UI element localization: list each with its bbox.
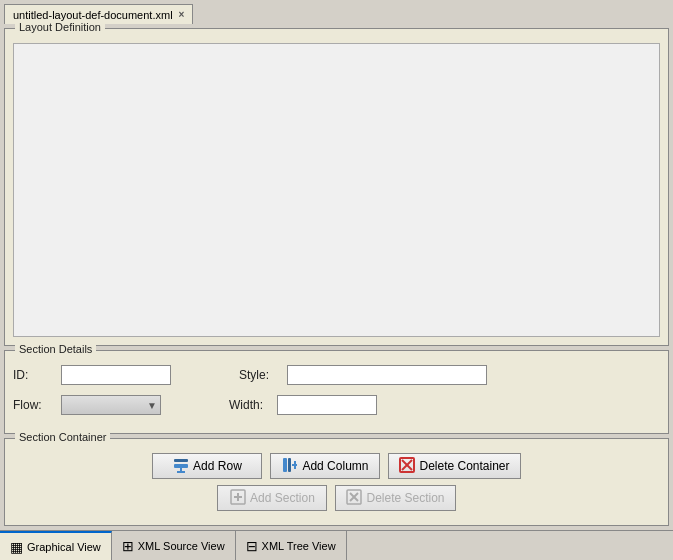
width-input[interactable] bbox=[277, 395, 377, 415]
svg-rect-3 bbox=[177, 471, 185, 473]
section-container-group: Section Container Add Row bbox=[4, 438, 669, 526]
graphical-view-label: Graphical View bbox=[27, 541, 101, 553]
add-row-icon bbox=[173, 458, 189, 474]
add-column-icon bbox=[282, 457, 298, 476]
layout-definition-label: Layout Definition bbox=[15, 21, 105, 33]
svg-rect-5 bbox=[288, 458, 291, 472]
svg-rect-7 bbox=[294, 461, 296, 469]
xml-source-view-label: XML Source View bbox=[138, 540, 225, 552]
bottom-tab-bar: ▦ Graphical View ⊞ XML Source View ⊟ XML… bbox=[0, 530, 673, 560]
add-row-button[interactable]: Add Row bbox=[152, 453, 262, 479]
add-section-button[interactable]: Add Section bbox=[217, 485, 327, 511]
style-input[interactable] bbox=[287, 365, 487, 385]
tab-label: untitled-layout-def-document.xml bbox=[13, 9, 173, 21]
svg-rect-4 bbox=[283, 458, 287, 472]
flow-select-wrapper: ▼ bbox=[61, 395, 161, 415]
delete-section-button[interactable]: Delete Section bbox=[335, 485, 455, 511]
flow-select[interactable] bbox=[61, 395, 161, 415]
section-details-label: Section Details bbox=[15, 343, 96, 355]
xml-source-icon: ⊞ bbox=[122, 538, 134, 554]
id-label: ID: bbox=[13, 368, 53, 382]
tab-close-icon[interactable]: × bbox=[179, 9, 185, 20]
id-input[interactable] bbox=[61, 365, 171, 385]
svg-rect-0 bbox=[174, 464, 188, 468]
layout-definition-group: Layout Definition bbox=[4, 28, 669, 346]
xml-tree-view-label: XML Tree View bbox=[262, 540, 336, 552]
layout-definition-canvas[interactable] bbox=[13, 43, 660, 337]
width-label: Width: bbox=[229, 398, 269, 412]
add-section-label: Add Section bbox=[250, 491, 315, 505]
add-column-label: Add Column bbox=[302, 459, 368, 473]
graphical-view-tab[interactable]: ▦ Graphical View bbox=[0, 531, 112, 560]
xml-tree-view-tab[interactable]: ⊟ XML Tree View bbox=[236, 531, 347, 560]
xml-source-view-tab[interactable]: ⊞ XML Source View bbox=[112, 531, 236, 560]
style-label: Style: bbox=[239, 368, 279, 382]
add-section-icon bbox=[230, 489, 246, 508]
section-details-group: Section Details ID: Style: Flow: ▼ Width… bbox=[4, 350, 669, 434]
delete-section-label: Delete Section bbox=[366, 491, 444, 505]
graphical-view-icon: ▦ bbox=[10, 539, 23, 555]
xml-tree-icon: ⊟ bbox=[246, 538, 258, 554]
svg-rect-1 bbox=[174, 459, 188, 462]
delete-container-icon bbox=[399, 457, 415, 476]
delete-section-icon bbox=[346, 489, 362, 508]
section-container-label: Section Container bbox=[15, 431, 110, 443]
svg-rect-13 bbox=[234, 496, 242, 498]
delete-container-label: Delete Container bbox=[419, 459, 509, 473]
delete-container-button[interactable]: Delete Container bbox=[388, 453, 520, 479]
add-row-label: Add Row bbox=[193, 459, 242, 473]
add-column-button[interactable]: Add Column bbox=[270, 453, 380, 479]
flow-label: Flow: bbox=[13, 398, 53, 412]
